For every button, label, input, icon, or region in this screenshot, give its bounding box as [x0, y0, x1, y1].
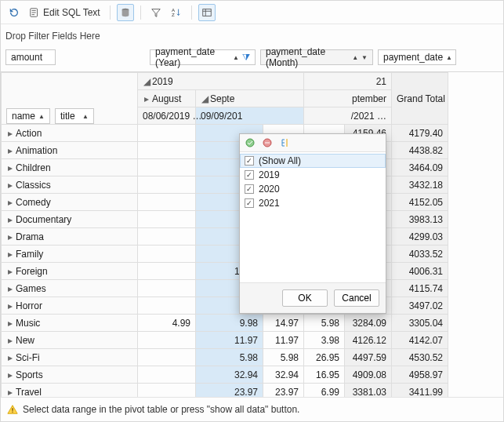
filter-drop-area[interactable]: Drop Filter Fields Here [1, 24, 503, 46]
checkbox-checked-icon: ✓ [245, 170, 254, 180]
col-month-sep[interactable]: ◢Septe [196, 90, 304, 107]
col-field-month-pill[interactable]: payment_date (Month) [260, 49, 373, 65]
toolbar: Edit SQL Text AZ [1, 1, 503, 24]
sort-asc-icon [82, 113, 89, 120]
sort-az-icon: AZ [171, 7, 182, 18]
row-field-name-pill[interactable]: name [6, 108, 50, 124]
filter-drop-hint: Drop Filter Fields Here [5, 31, 100, 42]
col-year-2021[interactable]: 21 [304, 73, 392, 90]
deselect-all-icon[interactable] [261, 136, 274, 149]
refresh-icon [9, 7, 20, 18]
table-row[interactable]: ▸Music4.999.9814.975.983284.093305.04 [2, 315, 504, 332]
col-month-aug[interactable]: ▸August [138, 90, 196, 107]
data-field-pill[interactable]: amount [5, 49, 56, 65]
table-row[interactable]: ▸New11.9711.973.984126.124142.07 [2, 332, 504, 349]
col-field-month-label: payment_date (Month) [266, 46, 349, 68]
col-grand-total[interactable]: Grand Total [392, 73, 448, 125]
sort-asc-icon [352, 54, 358, 61]
table-row[interactable]: ▸Sci-Fi5.985.9826.954497.594530.52 [2, 349, 504, 366]
filter-active-icon: ⧩ [242, 52, 250, 63]
year-filter-popup: ✓ (Show All) ✓2019✓2020✓2021 OK Cancel [239, 133, 386, 314]
toolbar-separator [140, 5, 141, 20]
toolbar-separator [110, 5, 111, 20]
col-date-2[interactable]: 09/09/201 [196, 107, 304, 125]
col-field-year-pill[interactable]: payment_date (Year) ⧩ [150, 49, 256, 65]
sort-asc-icon [38, 113, 45, 120]
svg-rect-4 [202, 9, 211, 16]
filter-option[interactable]: ✓2019 [240, 168, 386, 182]
status-bar: Select data range in the pivot table or … [1, 397, 503, 421]
sort-button[interactable]: AZ [168, 4, 185, 21]
svg-text:Z: Z [172, 12, 175, 17]
checkbox-checked-icon: ✓ [245, 156, 254, 166]
popup-toolbar [240, 134, 386, 152]
col-field-year-label: payment_date (Year) [155, 46, 233, 68]
tree-mode-icon[interactable] [278, 136, 291, 149]
table-row[interactable]: ▸Travel23.9723.976.993381.033411.99 [2, 384, 504, 398]
edit-sql-label: Edit SQL Text [43, 7, 100, 18]
filter-button[interactable] [147, 4, 165, 21]
data-source-button[interactable] [117, 4, 134, 21]
col-field-day-label: payment_date [383, 52, 443, 63]
status-text: Select data range in the pivot table or … [23, 404, 299, 415]
row-field-title-label: title [60, 111, 75, 122]
layout-button[interactable] [198, 4, 216, 21]
filter-option[interactable]: ✓2020 [240, 182, 386, 196]
sql-icon [29, 7, 40, 18]
data-field-label: amount [11, 52, 42, 63]
checkbox-checked-icon: ✓ [245, 198, 254, 208]
row-field-name-label: name [12, 111, 35, 122]
filter-option-show-all[interactable]: ✓ (Show All) [240, 154, 386, 168]
svg-rect-7 [12, 408, 13, 411]
svg-point-5 [246, 139, 254, 147]
database-icon [120, 7, 131, 18]
svg-rect-8 [12, 412, 13, 413]
warning-icon [7, 404, 18, 415]
col-month-sep-2021[interactable]: ptember [304, 90, 392, 107]
checkbox-checked-icon: ✓ [245, 184, 254, 194]
sort-asc-icon [446, 54, 452, 61]
refresh-button[interactable] [5, 4, 23, 21]
edit-sql-button[interactable]: Edit SQL Text [26, 4, 103, 21]
filter-cancel-button[interactable]: Cancel [334, 289, 379, 307]
layout-icon [201, 7, 212, 18]
col-date-3[interactable]: /2021 … [304, 107, 392, 125]
filter-option[interactable]: ✓2021 [240, 196, 386, 210]
pivot-grid[interactable]: name title ◢2019 21 Grand Total [1, 71, 503, 397]
filter-ok-button[interactable]: OK [282, 289, 328, 307]
table-row[interactable]: ▸Sports32.9432.9416.954909.084958.97 [2, 366, 504, 384]
toolbar-separator [191, 5, 192, 20]
dropdown-icon [361, 54, 368, 61]
popup-list: ✓ (Show All) ✓2019✓2020✓2021 [240, 152, 386, 212]
select-all-icon[interactable] [244, 136, 256, 149]
row-field-title-pill[interactable]: title [55, 108, 94, 124]
field-zone: amount payment_date (Year) ⧩ payment_dat… [1, 46, 503, 71]
col-date-1[interactable]: 08/06/2019 … [138, 107, 196, 125]
funnel-icon [150, 7, 161, 18]
col-field-day-pill[interactable]: payment_date [378, 49, 456, 65]
sort-asc-icon [233, 54, 239, 61]
col-year-2019[interactable]: ◢2019 [138, 73, 304, 90]
